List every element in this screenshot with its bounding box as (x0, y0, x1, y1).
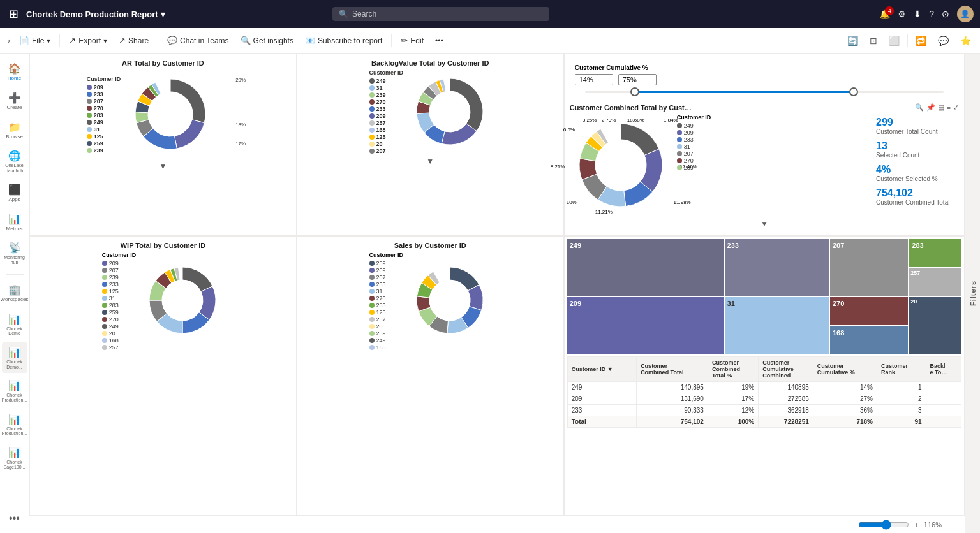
sidebar-item-chortek-prod2[interactable]: 📊 Chortek Production... (2, 409, 27, 440)
zoom-slider[interactable] (858, 520, 909, 530)
zoom-minus[interactable]: − (849, 521, 853, 529)
treemap-cell-20: 20 (909, 297, 961, 354)
col-rank[interactable]: CustomerRank (877, 357, 926, 382)
refresh-button[interactable]: 🔄 (843, 33, 862, 48)
sidebar-item-onelake[interactable]: 🌐 OneLake data hub (2, 146, 27, 177)
sidebar-item-chortek-demo2[interactable]: 📊 Chortek Demo... (2, 342, 27, 373)
legend-item: 270 (369, 295, 404, 302)
sidebar-item-home[interactable]: 🏠 Home (2, 59, 27, 85)
col-cumulative-pct[interactable]: CustomerCumulative % (813, 357, 877, 382)
subscribe-button[interactable]: 📧 Subscribe to report (300, 33, 387, 48)
ar-donut[interactable] (126, 69, 215, 161)
legend-item: 233 (369, 281, 404, 288)
treemap[interactable]: 249 233 207 283 257 209 31 270 168 (567, 239, 961, 354)
col-customer-id[interactable]: Customer ID ▼ (567, 357, 636, 382)
file-icon: 📄 (19, 36, 29, 45)
combined-scroll-down[interactable]: ▼ (570, 218, 959, 230)
col-combined-pct[interactable]: CustomerCombinedTotal % (708, 357, 758, 382)
range-thumb-left[interactable] (630, 87, 639, 96)
total-cum-pct: 718% (813, 416, 877, 428)
browse-icon: 📁 (8, 121, 21, 133)
chart-filter-icon[interactable]: ≡ (947, 103, 951, 112)
subscribe-icon: 📧 (305, 36, 315, 45)
sidebar-more[interactable]: ••• (2, 509, 27, 528)
total-backlog (926, 416, 961, 428)
sidebar-item-workspaces[interactable]: 🏢 Workspaces (2, 280, 27, 307)
sidebar-item-chortek-prod1[interactable]: 📊 Chortek Production... (2, 376, 27, 406)
search-icon: 🔍 (339, 10, 348, 18)
sidebar-item-apps[interactable]: ⬛ Apps (2, 180, 27, 207)
legend-item: 209 (102, 260, 137, 266)
selected-pct-label: Customer Selected % (876, 175, 959, 182)
col-cumulative[interactable]: CustomerCumulativeCombined (759, 357, 813, 382)
legend-item: 283 (102, 302, 137, 309)
chortek-prod1-icon: 📊 (8, 379, 21, 391)
sidebar-item-create[interactable]: ➕ Create (2, 88, 27, 115)
sidebar-item-browse[interactable]: 📁 Browse (2, 117, 27, 144)
range-fill (635, 91, 854, 93)
legend-item: 249 (369, 337, 404, 344)
help-icon[interactable]: ? (929, 9, 934, 19)
star-button[interactable]: ⭐ (956, 33, 975, 48)
range-thumb-right[interactable] (849, 87, 858, 96)
backlog-donut[interactable] (408, 70, 491, 155)
legend-item: 259 (102, 309, 137, 316)
edit-button[interactable]: ✏ Edit (396, 33, 429, 48)
share-button[interactable]: ↗ Share (114, 33, 154, 48)
view-button[interactable]: ⊡ (866, 33, 881, 48)
slider-from-input[interactable] (575, 74, 613, 85)
wip-title: WIP Total by Customer ID (35, 242, 291, 249)
legend-item: 20 (369, 323, 404, 330)
sidebar-item-chortek-demo[interactable]: 📊 Chortek Demo (2, 309, 27, 340)
filters-panel[interactable]: Filters (965, 54, 980, 533)
layout-button[interactable]: ⬜ (885, 33, 903, 48)
export-button[interactable]: ↗ Export ▾ (64, 33, 112, 48)
combined-chart-content: 1.84% 18.68% 17.46% 11.98% 11.21% 10% 8.… (570, 114, 959, 218)
insights-icon: 🔍 (241, 36, 251, 45)
separator-1 (59, 34, 60, 47)
zoom-plus[interactable]: + (914, 521, 918, 529)
sync-button[interactable]: 🔁 (912, 33, 930, 48)
ar-scroll-down[interactable]: ▼ (35, 161, 291, 172)
selected-count-label: Selected Count (876, 152, 959, 159)
more-icon: ••• (9, 513, 20, 524)
combined-donut[interactable]: 1.84% 18.68% 17.46% 11.98% 11.21% 10% 8.… (570, 114, 672, 218)
notification-bell-wrap: 🔔 4 (879, 9, 890, 19)
chortek-demo-icon: 📊 (8, 313, 21, 325)
file-button[interactable]: 📄 File ▾ (14, 33, 56, 48)
breadcrumb-arrow[interactable]: › (5, 34, 13, 48)
wip-donut[interactable] (141, 259, 224, 344)
stat-combined-total: 754,102 Customer Combined Total (876, 185, 959, 208)
slider-to-input[interactable] (618, 74, 657, 85)
chart-table-icon[interactable]: ▤ (938, 103, 944, 112)
search-bar[interactable]: 🔍 Search (332, 7, 549, 21)
legend-item: 207 (369, 274, 404, 281)
account-icon[interactable]: ⊙ (942, 9, 949, 19)
main-layout: 🏠 Home ➕ Create 📁 Browse 🌐 OneLake data … (0, 54, 980, 533)
sales-donut[interactable] (408, 259, 491, 344)
more-options-button[interactable]: ••• (430, 34, 449, 48)
sidebar-item-metrics[interactable]: 📊 Metrics (2, 209, 27, 236)
comment-button[interactable]: 💬 (934, 33, 953, 48)
chart-expand-icon[interactable]: ⤢ (953, 103, 959, 112)
col-combined-total[interactable]: CustomerCombined Total (637, 357, 708, 382)
avatar[interactable]: 👤 (957, 6, 974, 22)
stat-total-count: 299 Customer Total Count (876, 114, 959, 138)
sidebar-item-chortek-sage[interactable]: 📊 Chortek Sage100... (2, 442, 27, 473)
chart-pin-icon[interactable]: 📌 (926, 103, 935, 112)
legend-item: 20 (369, 141, 404, 147)
sidebar-item-monitoring[interactable]: 📡 Monitoring hub (2, 238, 27, 268)
get-insights-button[interactable]: 🔍 Get insights (235, 33, 299, 48)
col-backlog[interactable]: Backle To… (926, 357, 961, 382)
report-title[interactable]: Chortek Demo Production Report ▾ (26, 10, 165, 19)
legend-item: 270 (87, 105, 121, 112)
chart-focus-icon[interactable]: 🔍 (915, 103, 924, 112)
separator-v (907, 34, 908, 47)
settings-icon[interactable]: ⚙ (898, 9, 906, 19)
download-icon[interactable]: ⬇ (914, 9, 921, 19)
treemap-cell-168: 168 (830, 326, 908, 354)
chat-teams-button[interactable]: 💬 Chat in Teams (162, 33, 234, 48)
backlog-scroll-down[interactable]: ▼ (302, 156, 558, 167)
svg-point-0 (148, 92, 193, 136)
app-grid-icon[interactable]: ⊞ (6, 4, 21, 24)
